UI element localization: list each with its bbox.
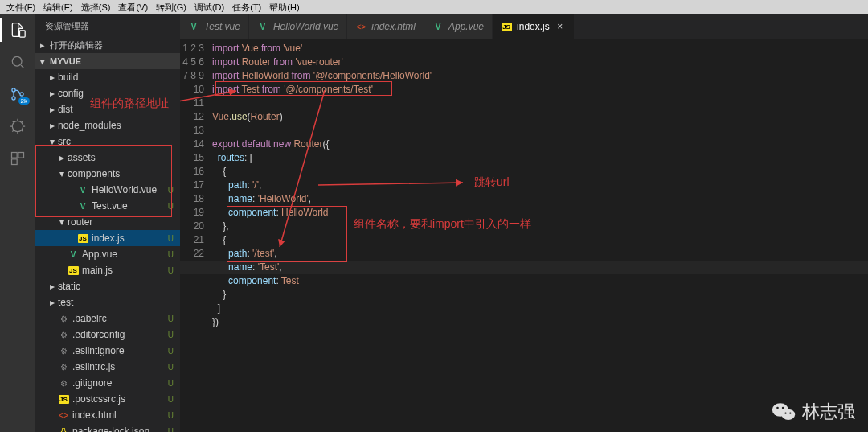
sidebar-title: 资源管理器 bbox=[35, 14, 180, 37]
menu-item[interactable]: 调试(D) bbox=[191, 2, 227, 14]
tree-item[interactable]: ▸test bbox=[35, 294, 180, 311]
code-area[interactable]: import Vue from 'vue'import Router from … bbox=[212, 39, 868, 432]
editor-tabs[interactable]: VTest.vueVHelloWorld.vue<>index.htmlVApp… bbox=[180, 14, 868, 39]
menu-item[interactable]: 转到(G) bbox=[153, 2, 190, 14]
watermark-text: 林志强 bbox=[802, 400, 855, 424]
tree-item[interactable]: ⚙.gitignoreU bbox=[35, 375, 180, 391]
editor[interactable]: 1 2 3 4 5 6 7 8 9 10 11 12 13 14 15 16 1… bbox=[180, 39, 868, 432]
git-status: U bbox=[168, 347, 174, 356]
tree-item-label: router bbox=[68, 216, 174, 228]
svg-rect-7 bbox=[18, 153, 24, 158]
git-status: U bbox=[168, 379, 174, 388]
git-status: U bbox=[168, 427, 174, 433]
git-status: U bbox=[168, 411, 174, 420]
editor-tab[interactable]: <>index.html bbox=[347, 14, 424, 39]
sidebar: 资源管理器 ▸打开的编辑器 ▾MYVUE ▸build▸config▸dist▸… bbox=[35, 14, 180, 432]
git-status: U bbox=[168, 250, 174, 259]
tree-item-label: .babelrc bbox=[72, 313, 165, 324]
menubar[interactable]: 文件(F)编辑(E)选择(S)查看(V)转到(G)调试(D)任务(T)帮助(H) bbox=[0, 0, 868, 14]
tree-item-label: main.js bbox=[82, 265, 165, 276]
scm-icon[interactable]: 2k bbox=[9, 85, 27, 103]
tab-label: index.js bbox=[517, 21, 550, 32]
git-status: U bbox=[168, 315, 174, 323]
vue-icon: V bbox=[68, 249, 79, 260]
js-icon: JS bbox=[58, 393, 69, 405]
tree-item-label: .postcssrc.js bbox=[72, 393, 165, 405]
svg-point-15 bbox=[782, 407, 784, 409]
tree-item[interactable]: ▸build bbox=[35, 69, 180, 85]
git-status: U bbox=[168, 363, 174, 372]
line-gutter: 1 2 3 4 5 6 7 8 9 10 11 12 13 14 15 16 1… bbox=[180, 39, 212, 432]
open-editors-section[interactable]: ▸打开的编辑器 bbox=[35, 37, 180, 53]
git-status: U bbox=[168, 395, 174, 404]
gear-icon: ⚙ bbox=[58, 345, 69, 356]
explorer-icon[interactable] bbox=[9, 21, 27, 39]
tree-item[interactable]: ▸static bbox=[35, 278, 180, 294]
tree-item-label: .eslintrc.js bbox=[72, 361, 165, 372]
tree-item[interactable]: ▸node_modules bbox=[35, 117, 180, 134]
tree-item-label: build bbox=[58, 72, 174, 83]
tree-item-label: .eslintignore bbox=[72, 345, 165, 356]
tab-label: App.vue bbox=[448, 21, 484, 32]
tab-label: HelloWorld.vue bbox=[273, 21, 338, 32]
svg-rect-6 bbox=[12, 153, 18, 158]
gear-icon: ⚙ bbox=[58, 361, 69, 372]
search-icon[interactable] bbox=[9, 53, 27, 71]
svg-rect-8 bbox=[12, 159, 18, 165]
svg-point-13 bbox=[782, 409, 796, 420]
svg-point-5 bbox=[12, 121, 23, 131]
json-icon: {} bbox=[58, 426, 69, 432]
menu-item[interactable]: 任务(T) bbox=[229, 2, 264, 14]
svg-rect-0 bbox=[20, 31, 26, 37]
tree-item-label: index.js bbox=[92, 232, 165, 244]
tree-item[interactable]: ⚙.eslintignoreU bbox=[35, 343, 180, 359]
git-status: U bbox=[168, 331, 174, 339]
tree-item-label: App.vue bbox=[82, 249, 165, 260]
js-icon: JS bbox=[68, 265, 79, 276]
html-icon: <> bbox=[58, 409, 69, 421]
editor-tab[interactable]: VApp.vue bbox=[424, 14, 493, 39]
extensions-icon[interactable] bbox=[9, 150, 27, 167]
activity-bar: 2k bbox=[0, 14, 35, 432]
tree-item[interactable]: <>index.htmlU bbox=[35, 407, 180, 423]
menu-item[interactable]: 文件(F) bbox=[3, 2, 39, 14]
gear-icon: ⚙ bbox=[58, 329, 69, 340]
js-icon: JS bbox=[77, 232, 88, 244]
wechat-icon bbox=[772, 401, 796, 422]
file-tree[interactable]: ▸build▸config▸dist▸node_modules▾src▸asse… bbox=[35, 69, 180, 432]
svg-point-14 bbox=[776, 407, 779, 409]
project-section[interactable]: ▾MYVUE bbox=[35, 53, 180, 69]
tree-item-label: package-lock.json bbox=[72, 426, 165, 432]
editor-tab[interactable]: JSindex.js× bbox=[493, 14, 575, 39]
tree-item[interactable]: ⚙.editorconfigU bbox=[35, 327, 180, 343]
git-status: U bbox=[168, 266, 174, 275]
menu-item[interactable]: 查看(V) bbox=[115, 2, 151, 14]
svg-point-4 bbox=[20, 93, 23, 96]
tree-item[interactable]: JS.postcssrc.jsU bbox=[35, 391, 180, 407]
tree-item-label: test bbox=[58, 297, 174, 308]
gear-icon: ⚙ bbox=[58, 313, 69, 324]
tree-item-label: node_modules bbox=[58, 120, 174, 131]
svg-point-3 bbox=[12, 97, 15, 100]
editor-tab[interactable]: VHelloWorld.vue bbox=[249, 14, 347, 39]
tree-item[interactable]: JSindex.jsU bbox=[35, 230, 180, 246]
watermark: 林志强 bbox=[772, 400, 855, 424]
tree-item-label: static bbox=[58, 281, 174, 292]
tree-item[interactable]: {}package-lock.jsonU bbox=[35, 423, 180, 432]
svg-point-17 bbox=[789, 413, 791, 414]
editor-tab[interactable]: VTest.vue bbox=[180, 14, 249, 39]
debug-icon[interactable] bbox=[9, 117, 27, 135]
tree-item[interactable]: ⚙.babelrcU bbox=[35, 311, 180, 327]
menu-item[interactable]: 选择(S) bbox=[78, 2, 114, 14]
tree-item-label: .gitignore bbox=[72, 377, 165, 389]
git-status: U bbox=[168, 234, 174, 243]
tree-item-label: index.html bbox=[72, 409, 165, 421]
tree-item[interactable]: ⚙.eslintrc.jsU bbox=[35, 359, 180, 375]
tree-item[interactable]: VApp.vueU bbox=[35, 246, 180, 262]
menu-item[interactable]: 编辑(E) bbox=[40, 2, 76, 14]
tree-item-label: .editorconfig bbox=[72, 329, 165, 340]
tree-item[interactable]: JSmain.jsU bbox=[35, 262, 180, 278]
close-icon[interactable]: × bbox=[555, 21, 566, 32]
menu-item[interactable]: 帮助(H) bbox=[266, 2, 302, 14]
svg-point-2 bbox=[12, 88, 15, 92]
